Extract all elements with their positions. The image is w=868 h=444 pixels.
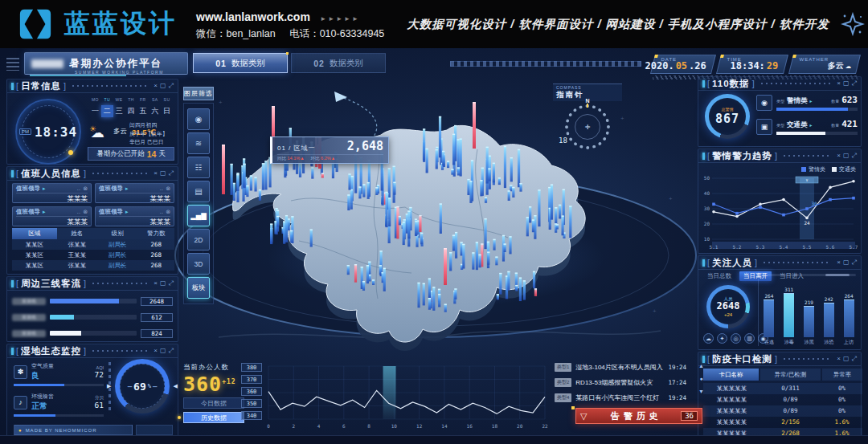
daily-info-panel: [日常信息]×▢⤢ PM 18:34 MO一TU二WE三TH四FR五SA六SU日… [6,79,178,165]
site-url[interactable]: www.lanlanwork.com [196,10,310,23]
quick-action-icon-3[interactable]: ◎ [731,333,741,344]
table-cell: 某某区 [12,239,57,250]
duty-card[interactable]: 值班领导▸‥⊗某某某 [95,183,174,203]
flight-route [334,92,377,143]
close-icon[interactable]: × [154,170,158,177]
focus-tab[interactable]: 当日总数 [703,271,735,281]
type-name: 警情类 [787,96,808,106]
bracket: [ [16,169,18,178]
office-trend-chart: 0246810121416182022 [265,361,548,430]
lunar-line: 辛巳月 己巳日 [129,138,178,147]
close-icon[interactable]: × [154,83,158,89]
quick-action-icon-1[interactable]: ☁ [703,333,714,344]
tab-data-category-02[interactable]: 02数据类别 [291,53,386,73]
quick-action-icon-4[interactable]: ▥ [744,333,755,344]
expand-icon[interactable]: ⤢ [852,356,857,362]
duty-card[interactable]: 值班领导▸‥⊗某某某 [12,183,92,203]
more-icon[interactable]: ‥ [76,209,80,215]
maximize-icon[interactable]: ▢ [843,259,850,266]
checkpoint-scrollbar[interactable] [703,436,862,438]
expand-icon[interactable]: ⤢ [852,80,857,87]
svg-text:4: 4 [317,423,321,429]
checkpoint-rate: 1.6% [821,430,862,438]
layer-list-button[interactable]: ▤ [187,181,210,202]
topbar-decoration [6,58,19,71]
alert-row[interactable]: 类型4某路口有小汽车连闯三个红灯19:24 [555,392,686,404]
header-leader [764,262,830,263]
expand-icon[interactable]: ⤢ [169,170,174,177]
table-header-cell: 级别 [97,228,138,239]
scroll-dot-icon[interactable]: ● [699,376,702,381]
maximize-icon[interactable]: ▢ [160,348,166,354]
expand-icon[interactable]: ⤢ [169,280,174,287]
checkpoint-rate: 0% [821,407,862,415]
maximize-icon[interactable]: ▢ [160,280,166,287]
checkpoint-header-cell[interactable]: 卡口名称 [703,369,759,381]
alert-history-banner[interactable]: ▽ 告警历史 36 [575,408,702,424]
layer-2d-button[interactable]: 2D [187,229,210,251]
quick-action-icon-2[interactable]: ✦ [717,333,727,344]
weekday[interactable]: TH四 [125,97,137,117]
alert-list: 类型1湿地3-104片区有不明人员闯入19:24类型2RD13-53烟感报警疑似… [555,361,704,407]
layer-3d-button[interactable]: 3D [187,253,210,275]
close-icon[interactable]: × [154,280,158,287]
maximize-icon[interactable]: ▢ [160,170,166,177]
layer-signal-button[interactable]: ≋ [187,132,210,154]
table-cell: 副局长 [97,260,138,271]
weekday[interactable]: WE三 [113,97,125,117]
close-icon[interactable]: × [154,348,158,354]
more-icon[interactable]: ‥ [159,209,163,215]
sparkle-star-icon [841,12,865,36]
alert-row[interactable]: 类型1湿地3-104片区有不明人员闯入19:24 [555,361,686,373]
alert-row[interactable]: 类型2RD13-53烟感报警疑似火灾17:24 [555,377,686,389]
duty-card[interactable]: 值班领导▸‥⊗某某某 [95,206,174,226]
maximize-icon[interactable]: ▢ [843,80,850,87]
expand-icon[interactable]: ⤢ [852,153,857,159]
history-data-button[interactable]: 历史数据 [183,412,244,423]
weekday[interactable]: SA六 [149,97,161,117]
weekday[interactable]: FR五 [137,97,149,117]
layer-filter-title: 图层筛选 [183,87,214,100]
tab-data-category-01[interactable]: 01数据类别 [193,53,288,73]
svg-text:5.3: 5.3 [756,244,765,250]
remove-icon[interactable]: ⊗ [166,209,170,215]
close-icon[interactable]: × [837,259,841,266]
alert-scroll-controls: ▲ ● ▼ [698,363,704,394]
remove-icon[interactable]: ⊗ [166,185,170,192]
checkpoint-header-cell[interactable]: 异常/已检测 [760,369,821,381]
caret-icon: ▸ [125,209,129,215]
close-icon[interactable]: × [837,153,841,159]
bar-scrollbar[interactable] [761,274,856,276]
type-name: 交通类 [787,120,808,130]
checkpoint-header-cell[interactable]: 异常率 [822,369,862,381]
layer-chart-button[interactable]: ▂▅▇ [187,205,210,226]
maximize-icon[interactable]: ▢ [843,356,850,362]
layer-patrol-button[interactable]: ☷ [187,157,210,178]
expand-icon[interactable]: ⤢ [169,83,174,89]
layer-camera-button[interactable]: ◉ [187,108,210,130]
close-icon[interactable]: × [837,356,841,362]
maximize-icon[interactable]: ▢ [843,153,850,159]
passenger-flow-panel: [周边三线客流]×▢⤢ 某某线2648某某线612某某线824 [6,276,178,342]
more-icon[interactable]: ‥ [76,185,80,192]
arrows-decoration: ►►►►► [320,15,360,22]
duty-card[interactable]: 值班领导▸‥⊗某某某 [12,206,92,226]
scroll-down-icon[interactable]: ▼ [698,389,704,394]
maximize-icon[interactable]: ▢ [160,83,166,89]
remove-icon[interactable]: ⊗ [83,209,88,215]
remove-icon[interactable]: ⊗ [83,185,88,192]
today-data-button[interactable]: 今日数据 [183,397,244,409]
flow-bar-track [50,315,137,320]
weekday[interactable]: TU二 [101,97,113,117]
weekday[interactable]: SU日 [161,97,173,117]
expand-icon[interactable]: ⤢ [169,348,174,354]
close-icon[interactable]: × [837,80,841,87]
scroll-up-icon[interactable]: ▲ [698,363,704,369]
layer-district-button[interactable]: 板块 [187,277,210,299]
more-icon[interactable]: ‥ [159,185,163,192]
warning-icon: ▽ [580,411,587,422]
yaxis-tick: 380 [241,363,262,372]
weekday[interactable]: MO一 [89,97,101,117]
expand-icon[interactable]: ⤢ [852,259,857,266]
date-year: 2020. [645,60,674,71]
